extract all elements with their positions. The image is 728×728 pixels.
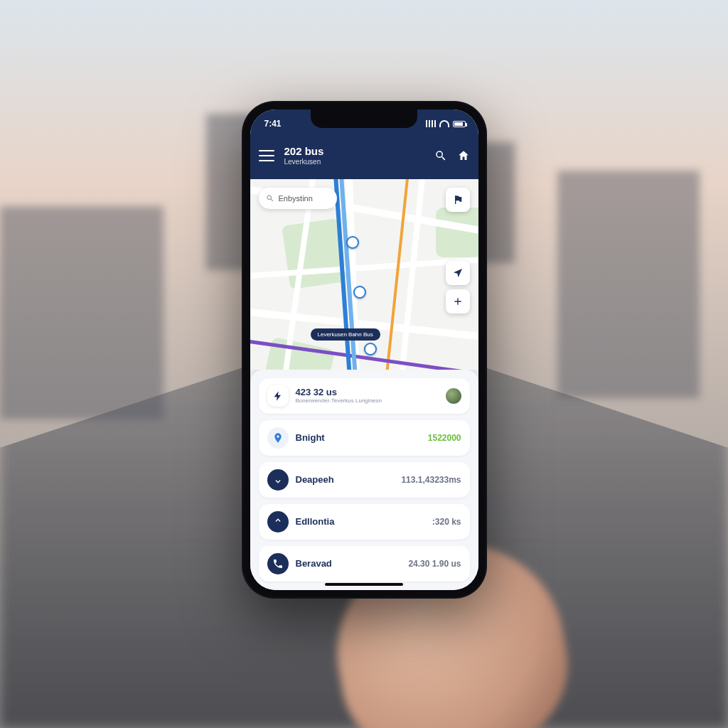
phone-icon — [267, 553, 289, 574]
home-button[interactable] — [457, 149, 470, 162]
stop-name: Edllontia — [296, 517, 425, 527]
map-view[interactable]: Leverkusen Bahn Bus Enbystinn — [250, 179, 478, 370]
stop-value: :320 ks — [432, 517, 461, 527]
map-stop-marker[interactable] — [364, 343, 377, 355]
search-icon — [266, 194, 274, 203]
stop-name: Beravad — [296, 559, 402, 569]
map-search-placeholder: Enbystinn — [279, 194, 313, 203]
map-zoom-in-button[interactable] — [446, 289, 470, 314]
map-pin-icon — [267, 427, 289, 449]
status-time: 7:41 — [264, 119, 282, 129]
stop-row[interactable]: Edllontia :320 ks — [259, 504, 470, 540]
phone-screen: 7:41 202 bus Leverkusen — [250, 109, 478, 590]
route-summary-title: 423 32 us — [296, 387, 434, 397]
stop-row[interactable]: Beravad 24.30 1.90 us — [259, 546, 470, 582]
header-title-block: 202 bus Leverkusen — [284, 146, 427, 166]
bottom-sheet[interactable]: 423 32 us Bonerwender-Teverkus Lunginesn… — [250, 370, 478, 590]
app-header: 202 bus Leverkusen — [250, 138, 478, 179]
map-stop-label[interactable]: Leverkusen Bahn Bus — [311, 328, 380, 341]
route-title: 202 bus — [284, 146, 427, 158]
flag-icon — [452, 194, 464, 205]
route-summary-subtitle: Bonerwender-Teverkus Lunginesn — [296, 398, 434, 405]
bolt-icon — [267, 385, 289, 407]
stop-name: Deapeeh — [296, 475, 395, 485]
plus-icon — [452, 296, 464, 307]
search-button[interactable] — [434, 149, 447, 162]
menu-button[interactable] — [259, 150, 274, 161]
map-locate-button[interactable] — [446, 261, 470, 285]
route-summary-card[interactable]: 423 32 us Bonerwender-Teverkus Lunginesn — [259, 378, 470, 414]
avatar[interactable] — [446, 388, 461, 404]
battery-icon — [453, 121, 466, 127]
map-stop-marker[interactable] — [346, 236, 359, 249]
stop-value: 24.30 1.90 us — [408, 559, 461, 569]
arrow-up-icon — [267, 511, 289, 532]
stop-row[interactable]: Bnight 1522000 — [259, 420, 470, 456]
device-notch — [311, 109, 417, 128]
wifi-icon — [439, 120, 449, 127]
stop-value: 113.1,43233ms — [401, 475, 461, 485]
map-search-input[interactable]: Enbystinn — [259, 188, 337, 209]
location-arrow-icon — [452, 267, 464, 279]
phone-frame: 7:41 202 bus Leverkusen — [242, 101, 487, 599]
stop-value: 1522000 — [428, 433, 461, 443]
status-indicators — [426, 120, 466, 127]
cellular-signal-icon — [426, 120, 436, 127]
map-layers-button[interactable] — [446, 188, 470, 212]
arrow-down-icon — [267, 469, 289, 491]
map-stop-marker[interactable] — [353, 286, 366, 299]
home-indicator[interactable] — [325, 583, 403, 586]
stop-row[interactable]: Deapeeh 113.1,43233ms — [259, 462, 470, 498]
stop-name: Bnight — [296, 433, 421, 443]
route-subtitle: Leverkusen — [284, 158, 427, 166]
